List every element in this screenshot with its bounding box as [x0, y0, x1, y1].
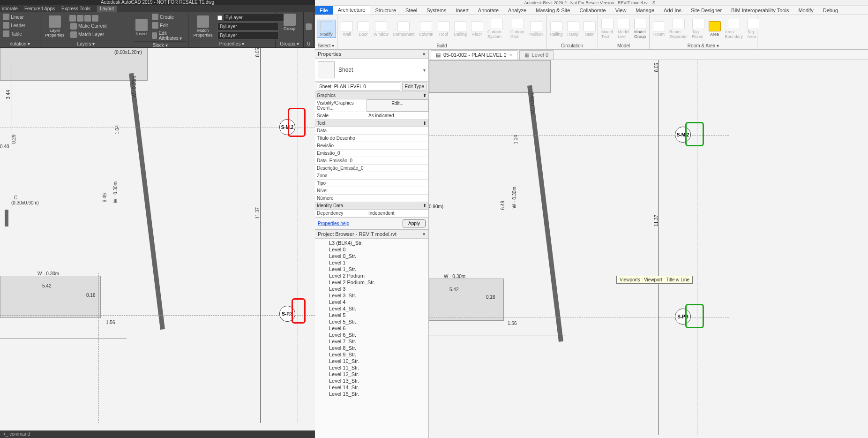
layer-mini-icon[interactable] [92, 15, 98, 22]
layer-mini-icon[interactable] [84, 15, 91, 22]
group-button[interactable]: Group [282, 13, 297, 31]
tab-insert[interactable]: Insert [451, 6, 473, 15]
window-button[interactable]: Window [372, 21, 390, 37]
browser-item[interactable]: Level 1 [329, 259, 428, 266]
room-button[interactable]: Room [651, 21, 666, 37]
layer-mini-icon[interactable] [77, 15, 83, 22]
edit-attributes-button[interactable]: Edit Attributes ▾ [151, 30, 186, 41]
mullion-button[interactable]: Mullion [528, 21, 544, 37]
browser-item[interactable]: Level 1_Str. [329, 266, 428, 272]
view-tabs[interactable]: ▤ 05-01-002 - PLAN LEVEL 0 × ▦ Level 0 [429, 50, 868, 60]
edit-button[interactable]: Edit [151, 22, 186, 29]
match-layer-button[interactable]: Match Layer [69, 31, 108, 38]
column-button[interactable]: Column [418, 21, 435, 37]
menu-collaborate[interactable]: aborate [2, 6, 18, 11]
browser-item[interactable]: Level 14_Str. [329, 384, 428, 391]
tab-modify[interactable]: Modify [793, 6, 818, 15]
group-text[interactable]: Text⬆ [315, 120, 428, 127]
browser-tree[interactable]: L3 (BLK4)_Str.Level 0Level 0_Str.Level 1… [315, 239, 428, 398]
tab-steel[interactable]: Steel [401, 6, 422, 15]
menu-layout[interactable]: Layout [97, 6, 117, 12]
panel-properties-title[interactable]: Properties ▾ [190, 40, 273, 47]
panel-groups-title[interactable]: Groups ▾ [277, 40, 301, 47]
create-button[interactable]: Create [151, 13, 186, 21]
view-tab-active[interactable]: ▤ 05-01-002 - PLAN LEVEL 0 × [431, 50, 517, 60]
type-selector[interactable]: Sheet ▾ [315, 59, 428, 82]
edit-type-button[interactable]: Edit Type [402, 83, 427, 91]
tab-manage[interactable]: Manage [631, 6, 659, 15]
model-line-button[interactable]: Model Line [616, 18, 631, 39]
tab-annotate[interactable]: Annotate [473, 6, 503, 15]
lineweight-combo[interactable]: ByLayer [217, 31, 278, 39]
panel-annotation-title[interactable]: notation ▾ [2, 40, 38, 47]
browser-item[interactable]: Level 6 [329, 325, 428, 332]
modify-button[interactable]: Modify [317, 20, 336, 38]
browser-item[interactable]: Level 2 Podium_Str. [329, 279, 428, 286]
tab-debug[interactable]: Debug [818, 6, 843, 15]
panel-room-area-title[interactable]: Room & Area ▾ [651, 42, 755, 49]
properties-header[interactable]: Properties × [315, 50, 428, 59]
tab-collaborate[interactable]: Collaborate [575, 6, 610, 15]
color-combo[interactable]: ByLayer [223, 14, 284, 22]
browser-item[interactable]: Level 3_Str. [329, 292, 428, 299]
table-button[interactable]: Table [2, 30, 23, 38]
browser-item[interactable]: L3 (BLK4)_Str. [329, 240, 428, 246]
menu-express-tools[interactable]: Express Tools [61, 6, 90, 11]
curtain-grid-button[interactable]: Curtain Grid [509, 18, 526, 39]
make-current-button[interactable]: Make Current [69, 23, 108, 30]
browser-item[interactable]: Level 4_Str. [329, 305, 428, 312]
browser-item[interactable]: Level 2 Podium [329, 272, 428, 279]
browser-item[interactable]: Level 5 [329, 312, 428, 318]
browser-header[interactable]: Project Browser - REVIT model.rvt × [315, 230, 428, 239]
linear-button[interactable]: Linear [2, 13, 25, 21]
tab-addins[interactable]: Add-Ins [659, 6, 686, 15]
curtain-system-button[interactable]: Curtain System [486, 18, 508, 39]
autocad-menubar[interactable]: aborate Featured Apps Express Tools Layo… [0, 5, 315, 12]
scale-value[interactable]: As indicated [367, 112, 428, 119]
revit-canvas[interactable]: (0.30x1.20m) S-M.2 S-P.3 [429, 60, 868, 438]
browser-item[interactable]: Level 13_Str. [329, 378, 428, 384]
tag-room-button[interactable]: Tag Room [691, 18, 706, 39]
ramp-button[interactable]: Ramp [566, 21, 581, 37]
edit-vgo-button[interactable]: Edit... [367, 99, 428, 112]
close-tab-icon[interactable]: × [509, 53, 512, 58]
util-icon[interactable] [306, 23, 312, 30]
group-graphics[interactable]: Graphics⬆ [315, 92, 428, 99]
browser-item[interactable]: Level 3 [329, 286, 428, 292]
autocad-command-line[interactable]: >_ command [0, 430, 315, 438]
door-button[interactable]: Door [356, 21, 371, 37]
layer-properties-button[interactable]: Layer Properties [42, 15, 67, 38]
browser-item[interactable]: Level 11_Str. [329, 364, 428, 371]
area-boundary-button[interactable]: Area Boundary [724, 18, 745, 39]
roof-button[interactable]: Roof [436, 21, 451, 37]
leader-button[interactable]: Leader [2, 22, 26, 29]
close-icon[interactable]: × [423, 51, 426, 57]
close-icon[interactable]: × [423, 231, 426, 237]
instance-combo[interactable]: Sheet: PLAN LEVEL 0 [317, 83, 400, 91]
linetype-combo[interactable]: ByLayer [217, 23, 278, 30]
browser-item[interactable]: Level 8_Str. [329, 345, 428, 351]
chevron-down-icon[interactable]: ▾ [423, 68, 426, 73]
layer-mini-icon[interactable] [69, 15, 76, 22]
floor-button[interactable]: Floor [470, 21, 485, 37]
apply-button[interactable]: Apply [403, 219, 426, 227]
color-swatch[interactable] [217, 15, 222, 20]
ceiling-button[interactable]: Ceiling [453, 21, 469, 37]
menu-featured-apps[interactable]: Featured Apps [24, 6, 55, 11]
tab-massing[interactable]: Massing & Site [531, 6, 575, 15]
browser-item[interactable]: Level 15_Str. [329, 391, 428, 397]
panel-select-title[interactable]: Select ▾ [317, 42, 335, 49]
properties-help-link[interactable]: Properties help [318, 221, 349, 226]
model-text-button[interactable]: Model Text [600, 18, 615, 39]
area-button[interactable]: Area [707, 21, 722, 37]
tab-systems[interactable]: Systems [422, 6, 451, 15]
browser-item[interactable]: Level 6_Str. [329, 332, 428, 338]
group-identity[interactable]: Identity Data⬆ [315, 202, 428, 210]
browser-item[interactable]: Level 10_Str. [329, 358, 428, 364]
browser-item[interactable]: Level 4 [329, 299, 428, 305]
model-group-button[interactable]: Model Group [633, 18, 648, 39]
browser-item[interactable]: Level 9_Str. [329, 351, 428, 358]
browser-item[interactable]: Level 0_Str. [329, 253, 428, 259]
wall-button[interactable]: Wall [339, 21, 354, 37]
component-button[interactable]: Component [391, 21, 416, 37]
